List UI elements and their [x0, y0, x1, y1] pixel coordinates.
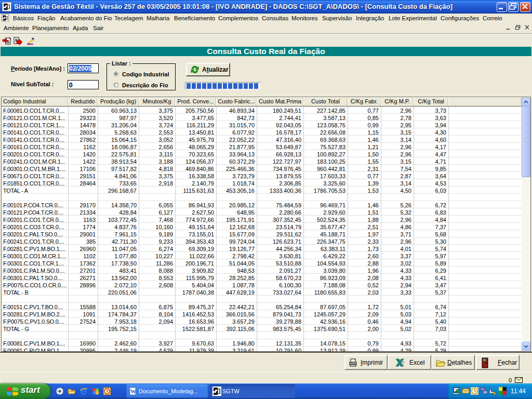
svg-text:W: W [130, 388, 136, 394]
